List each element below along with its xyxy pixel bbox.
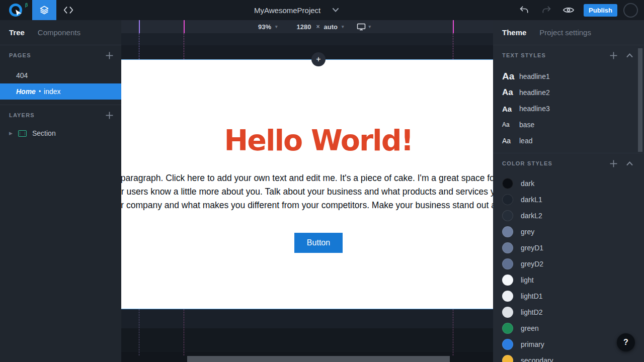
aa-sample: Aa [502,137,517,145]
page-suffix: index [44,87,60,96]
help-button[interactable]: ? [617,333,635,351]
color-style-greyD2[interactable]: greyD2 [493,256,644,272]
text-style-label: base [519,121,534,129]
guide-line-magenta-right [453,20,454,33]
pages-header-label: PAGES [9,52,31,58]
chevron-down-icon[interactable]: ▾ [368,24,371,29]
guide-dashed-magenta-left [184,33,184,59]
color-style-lightD1[interactable]: lightD1 [493,288,644,304]
guide-dashed-violet-left [139,33,139,59]
aa-sample: Aa [502,105,517,113]
color-swatch [502,323,513,334]
tab-project-settings[interactable]: Project settings [539,28,591,37]
guide-line-violet-left [139,20,140,33]
text-style-headline2[interactable]: Aa headline2 [493,84,644,101]
color-swatch [502,307,513,318]
canvas-heading[interactable]: Hello World! [121,124,493,157]
text-style-label: headline2 [519,88,550,97]
nav-code-tab[interactable] [56,0,80,20]
color-style-label: lightD2 [521,308,543,316]
topbar: β MyAwesomeProject [0,0,644,20]
color-style-darkL1[interactable]: darkL1 [493,192,644,208]
color-style-label: secondary [521,356,553,362]
next-section-placeholder[interactable] [187,356,450,362]
canvas-height-input[interactable]: auto [324,23,338,31]
page-separator: • [39,88,41,95]
paragraph-line: I'm a paragraph. Click here to add your … [121,171,493,185]
guide-dashed-violet-left-bottom [139,309,139,355]
beta-badge: β [25,3,28,8]
aa-sample: Aa [502,121,517,128]
workspace-band [121,45,493,59]
zoom-select[interactable]: 93% [258,23,271,31]
publish-button[interactable]: Publish [584,4,617,17]
editor-workspace: 93% ▾ 1280 × auto ▾ ▾ Hello World! I'm a… [121,20,493,362]
workspace-band [121,309,493,328]
color-style-light[interactable]: light [493,272,644,288]
tab-components[interactable]: Components [38,28,80,37]
left-sidebar: Tree Components PAGES 404 Home • index L… [0,20,121,362]
page-item-404[interactable]: 404 [0,67,121,83]
panel-scrollbar-thumb[interactable] [638,48,642,152]
collapse-text-styles-button[interactable] [626,53,633,57]
caret-right-icon[interactable]: ▶ [9,131,18,136]
paragraph-line: came up with the idea for your company a… [121,199,493,212]
avatar[interactable] [623,3,638,18]
add-layer-button[interactable] [106,112,113,119]
page-name: Home [16,87,36,96]
color-style-greyD1[interactable]: greyD1 [493,240,644,256]
quarkly-logo[interactable]: β [0,0,32,20]
color-style-secondary[interactable]: secondary [493,352,644,362]
color-style-dark[interactable]: dark [493,175,644,192]
undo-button[interactable] [513,0,535,20]
color-style-darkL2[interactable]: darkL2 [493,208,644,224]
color-style-label: primary [521,340,544,348]
color-style-label: green [521,324,539,332]
add-block-button[interactable]: + [311,52,326,66]
tab-theme[interactable]: Theme [502,28,526,37]
layer-item-section[interactable]: ▶ Section [0,125,121,141]
multiply-icon: × [316,23,319,30]
canvas-width-input[interactable]: 1280 [297,23,311,31]
collapse-color-styles-button[interactable] [626,161,633,165]
nav-layers-tab[interactable] [32,0,56,20]
color-swatch [502,291,513,302]
text-style-headline3[interactable]: Aa headline3 [493,101,644,117]
plus-icon [106,112,113,119]
text-style-label: headline1 [519,72,550,80]
page-item-home[interactable]: Home • index [0,83,121,100]
layers-header-label: LAYERS [9,112,35,118]
device-monitor-icon[interactable] [357,23,366,31]
tab-tree[interactable]: Tree [9,28,25,37]
chevron-down-icon[interactable]: ▾ [342,24,344,29]
text-style-base[interactable]: Aa base [493,117,644,133]
color-style-label: greyD1 [521,244,543,252]
color-style-grey[interactable]: grey [493,224,644,240]
color-style-label: greyD2 [521,260,543,268]
text-style-lead[interactable]: Aa lead [493,133,644,149]
color-swatch [502,242,513,253]
chevron-up-icon [626,161,633,165]
redo-button[interactable] [535,0,557,20]
plus-icon [610,160,617,167]
right-panel-tabs: Theme Project settings [493,20,644,45]
add-page-button[interactable] [106,52,113,59]
color-styles-header: COLOR STYLES [493,153,644,173]
chevron-down-icon[interactable]: ▾ [275,24,278,29]
add-text-style-button[interactable] [610,52,617,59]
undo-icon [519,6,529,15]
canvas-button-element[interactable]: Button [294,233,343,253]
add-color-style-button[interactable] [610,160,617,167]
text-style-headline1[interactable]: Aa headline1 [493,68,644,84]
workspace-band [121,33,493,45]
color-style-label: dark [521,179,534,188]
project-title-menu[interactable]: MyAwesomeProject [254,0,339,20]
color-style-lightD2[interactable]: lightD2 [493,304,644,320]
color-swatch [502,226,513,237]
paragraph-line: a story and let your users know a little… [121,185,493,199]
preview-button[interactable] [557,0,580,20]
pages-section-header: PAGES [0,45,121,65]
page-canvas[interactable]: Hello World! I'm a paragraph. Click here… [121,59,493,309]
canvas-paragraph[interactable]: I'm a paragraph. Click here to add your … [121,171,493,212]
right-panel: Theme Project settings TEXT STYLES Aa he… [493,20,644,362]
